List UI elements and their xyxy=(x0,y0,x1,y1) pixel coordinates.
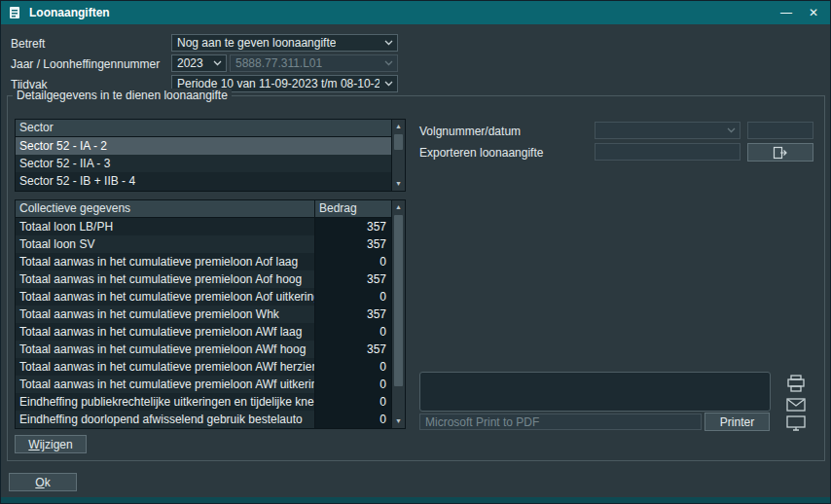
collectief-row-list: Totaal loon LB/PH 357 Totaal loon SV 357… xyxy=(16,218,391,428)
volgnummer-label: Volgnummer/datum xyxy=(419,125,521,139)
sector-row-list: Sector 52 - IA - 2 Sector 52 - IIA - 3 S… xyxy=(16,137,391,190)
ok-button[interactable]: Ok xyxy=(9,473,77,491)
titlebar: Loonaangiften — ✕ xyxy=(1,1,830,24)
monitor-icon[interactable] xyxy=(783,414,809,433)
app-icon xyxy=(8,6,21,19)
scroll-down-icon[interactable]: ▼ xyxy=(392,177,405,191)
chevron-down-icon xyxy=(213,60,222,66)
exporteren-label: Exporteren loonaangifte xyxy=(419,146,543,161)
betreft-value: Nog aan te geven loonaangifte xyxy=(177,36,336,50)
printer-button[interactable]: Printer xyxy=(705,413,770,431)
sector-row[interactable]: Sector 52 - IA - 2 xyxy=(16,137,391,155)
window-title: Loonaangiften xyxy=(29,6,110,19)
print-icon[interactable] xyxy=(783,374,809,393)
collectief-row[interactable]: Totaal aanwas in het cumulatieve premiel… xyxy=(16,253,391,270)
betreft-label: Betreft xyxy=(11,37,45,52)
scrollbar-thumb[interactable] xyxy=(394,134,403,150)
collectief-row[interactable]: Eindheffing doorlopend afwisselend gebru… xyxy=(16,411,391,428)
export-icon xyxy=(773,146,788,160)
chevron-down-icon xyxy=(384,81,393,87)
collectief-scrollbar[interactable]: ▲ ▼ xyxy=(391,200,405,428)
volgnummer-date-field xyxy=(747,122,813,139)
close-button[interactable]: ✕ xyxy=(801,1,826,24)
window-bottom-edge xyxy=(1,497,830,503)
email-icon[interactable] xyxy=(783,395,809,414)
betreft-select[interactable]: Nog aan te geven loonaangifte xyxy=(171,34,398,52)
scroll-up-icon[interactable]: ▲ xyxy=(392,120,405,133)
chevron-down-icon xyxy=(384,60,393,66)
sector-column-header: Sector xyxy=(16,120,391,136)
sector-table-header: Sector xyxy=(16,120,391,137)
printer-name-field: Microsoft Print to PDF xyxy=(419,414,702,430)
scrollbar-thumb[interactable] xyxy=(394,215,403,386)
loonheffingennummer-value: 5888.77.311.L01 xyxy=(235,56,322,70)
collectief-table-header: Collectieve gegevens Bedrag xyxy=(16,200,391,218)
collectief-row[interactable]: Eindheffing publiekrechtelijke uitkering… xyxy=(16,393,391,411)
collectief-row[interactable]: Totaal aanwas in het cumulatieve premiel… xyxy=(16,358,391,376)
collectief-row[interactable]: Totaal loon LB/PH 357 xyxy=(16,218,391,235)
jaar-value: 2023 xyxy=(177,56,203,70)
scroll-down-icon[interactable]: ▼ xyxy=(392,414,405,428)
collectief-table: Collectieve gegevens Bedrag Totaal loon … xyxy=(15,199,406,429)
collectief-row[interactable]: Totaal aanwas in het cumulatieve premiel… xyxy=(16,341,391,358)
exporteren-button[interactable] xyxy=(747,143,813,162)
exporteren-field xyxy=(595,143,741,161)
collectief-row[interactable]: Totaal aanwas in het cumulatieve premiel… xyxy=(16,288,391,306)
collectief-row[interactable]: Totaal loon SV 357 xyxy=(16,235,391,253)
collectief-row[interactable]: Totaal aanwas in het cumulatieve premiel… xyxy=(16,323,391,341)
bedrag-column-header: Bedrag xyxy=(314,200,391,217)
jaar-select[interactable]: 2023 xyxy=(171,54,227,72)
detail-groupbox-title: Detailgegevens in te dienen loonaangifte xyxy=(13,89,232,102)
wijzigen-button[interactable]: Wijzigen xyxy=(15,435,87,453)
loonheffingennummer-select: 5888.77.311.L01 xyxy=(230,54,398,72)
gegevens-column-header: Collectieve gegevens xyxy=(16,200,314,217)
chevron-down-icon xyxy=(384,40,393,46)
output-text-area[interactable] xyxy=(419,372,771,412)
collectief-row[interactable]: Totaal aanwas in het cumulatieve premiel… xyxy=(16,376,391,393)
collectief-row[interactable]: Totaal aanwas in het cumulatieve premiel… xyxy=(16,306,391,323)
sector-row[interactable]: Sector 52 - IIA - 3 xyxy=(16,155,391,172)
jaar-loonheffingennummer-label: Jaar / Loonheffingennummer xyxy=(11,57,160,72)
collectief-row[interactable]: Totaal aanwas in het cumulatieve premiel… xyxy=(16,270,391,288)
scroll-up-icon[interactable]: ▲ xyxy=(392,200,405,214)
chevron-down-icon xyxy=(727,127,736,133)
sector-scrollbar[interactable]: ▲ ▼ xyxy=(391,120,405,191)
loonaangiften-dialog: Loonaangiften — ✕ Betreft Nog aan te gev… xyxy=(0,0,831,504)
sector-row[interactable]: Sector 52 - IB + IIB - 4 xyxy=(16,172,391,190)
volgnummer-select xyxy=(595,122,741,139)
minimize-button[interactable]: — xyxy=(774,1,799,24)
sector-table: Sector Sector 52 - IA - 2 Sector 52 - II… xyxy=(15,119,406,192)
